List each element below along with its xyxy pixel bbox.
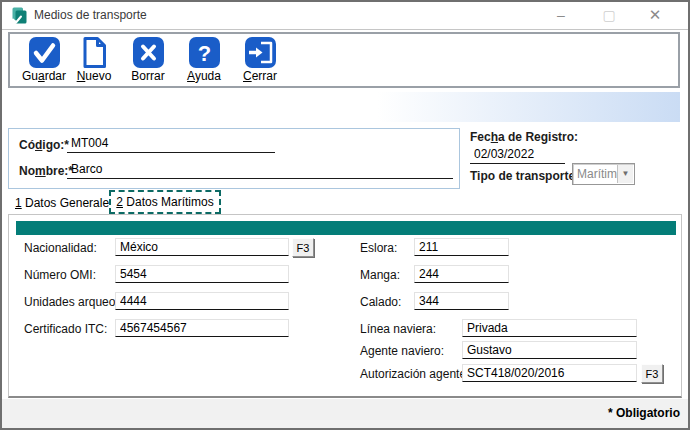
nacionalidad-f3-button[interactable]: F3 [292, 238, 314, 257]
tab-datos-generales[interactable]: 1 Datos Generales [15, 196, 115, 210]
new-button-label: Nuevo [68, 69, 120, 83]
autorizacion-agente-input[interactable] [462, 364, 637, 382]
certificado-itc-input[interactable] [115, 319, 289, 337]
eslora-label: Eslora: [360, 241, 397, 255]
maximize-button[interactable]: ▢ [594, 2, 624, 29]
header-gradient-band [8, 92, 680, 122]
numero-omi-label: Número OMI: [24, 268, 96, 282]
unidades-arqueo-input[interactable] [115, 292, 289, 310]
chevron-down-icon: ▼ [617, 165, 633, 183]
unidades-arqueo-label: Unidades arqueo: [24, 295, 119, 309]
delete-x-icon [132, 36, 165, 69]
help-question-icon: ? [188, 36, 221, 69]
transport-document-icon [10, 7, 28, 25]
autorizacion-agente-f3-button[interactable]: F3 [641, 364, 663, 383]
new-document-icon [78, 36, 111, 69]
tab-datos-maritimos[interactable]: 2 Datos Marítimos [109, 190, 221, 214]
certificado-itc-label: Certificado ITC: [24, 322, 107, 336]
general-data-groupbox: Código:* Nombre:* [8, 128, 460, 189]
title-bar[interactable]: Medios de transporte – ▢ ✕ [2, 2, 688, 30]
codigo-input[interactable] [67, 134, 275, 153]
eslora-input[interactable] [414, 238, 509, 256]
minimize-button[interactable]: – [546, 2, 576, 29]
autorizacion-agente-label: Autorización agente: [360, 367, 469, 381]
save-check-icon [28, 36, 61, 69]
save-button[interactable]: Guardar [18, 36, 70, 86]
fecha-registro-input[interactable] [470, 145, 565, 164]
tipo-transporte-dropdown[interactable]: Marítimo ▼ [572, 163, 635, 185]
numero-omi-input[interactable] [115, 265, 289, 283]
teal-divider-bar [16, 221, 676, 235]
fecha-registro-label: Fecha de Registro: [470, 130, 578, 144]
manga-label: Manga: [360, 268, 400, 282]
new-button[interactable]: Nuevo [68, 36, 120, 86]
status-bar: * Obligatorio [2, 399, 688, 428]
exit-button-label: Cerrar [234, 69, 286, 83]
calado-label: Calado: [360, 295, 401, 309]
linea-naviera-input[interactable] [462, 319, 637, 337]
nacionalidad-input[interactable] [115, 238, 289, 256]
help-button[interactable]: ? Ayuda [178, 36, 230, 86]
close-button[interactable]: ✕ [640, 2, 670, 29]
manga-input[interactable] [414, 265, 509, 283]
codigo-label: Código:* [19, 138, 69, 152]
nombre-label: Nombre:* [19, 164, 73, 178]
datos-maritimos-panel: Nacionalidad: F3 Número OMI: Unidades ar… [8, 214, 682, 398]
exit-door-icon [244, 36, 277, 69]
toolbar: Guardar Nuevo Borrar [8, 32, 680, 88]
required-note: * Obligatorio [608, 406, 680, 420]
exit-button[interactable]: Cerrar [234, 36, 286, 86]
nacionalidad-label: Nacionalidad: [24, 241, 97, 255]
calado-input[interactable] [414, 292, 509, 310]
svg-text:?: ? [197, 41, 210, 66]
save-button-label: Guardar [18, 69, 70, 83]
help-button-label: Ayuda [178, 69, 230, 83]
agente-naviero-input[interactable] [462, 341, 637, 359]
tipo-transporte-label: Tipo de transporte:* [470, 169, 584, 183]
delete-button[interactable]: Borrar [122, 36, 174, 86]
linea-naviera-label: Línea naviera: [360, 322, 436, 336]
window-title: Medios de transporte [34, 2, 147, 29]
nombre-input[interactable] [67, 160, 453, 179]
dialog-window: Medios de transporte – ▢ ✕ Guardar Nuevo [0, 0, 690, 430]
delete-button-label: Borrar [122, 69, 174, 83]
agente-naviero-label: Agente naviero: [360, 344, 444, 358]
